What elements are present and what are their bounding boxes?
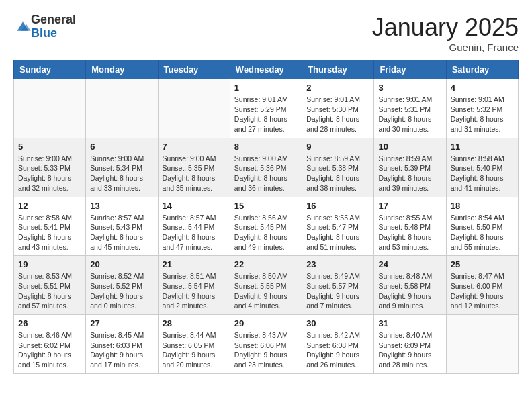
calendar-cell: 24Sunrise: 8:48 AM Sunset: 5:58 PM Dayli…	[374, 256, 446, 315]
day-info: Sunrise: 9:00 AM Sunset: 5:34 PM Dayligh…	[90, 154, 153, 193]
logo-general: General	[31, 13, 76, 27]
calendar-cell: 1Sunrise: 9:01 AM Sunset: 5:29 PM Daylig…	[230, 79, 302, 138]
day-info: Sunrise: 8:55 AM Sunset: 5:48 PM Dayligh…	[378, 213, 441, 253]
calendar-cell: 21Sunrise: 8:51 AM Sunset: 5:54 PM Dayli…	[158, 256, 230, 315]
calendar-cell: 27Sunrise: 8:45 AM Sunset: 6:03 PM Dayli…	[86, 315, 158, 374]
day-info: Sunrise: 9:00 AM Sunset: 5:36 PM Dayligh…	[234, 154, 298, 193]
day-number: 25	[451, 259, 514, 269]
calendar-table: SundayMondayTuesdayWednesdayThursdayFrid…	[13, 60, 519, 374]
calendar-cell: 13Sunrise: 8:57 AM Sunset: 5:43 PM Dayli…	[86, 197, 158, 256]
calendar-cell: 8Sunrise: 9:00 AM Sunset: 5:36 PM Daylig…	[230, 138, 302, 197]
calendar-cell: 31Sunrise: 8:40 AM Sunset: 6:09 PM Dayli…	[374, 315, 446, 374]
day-number: 12	[18, 201, 81, 211]
day-number: 18	[451, 201, 514, 211]
calendar-cell: 3Sunrise: 9:01 AM Sunset: 5:31 PM Daylig…	[374, 79, 446, 138]
day-info: Sunrise: 8:44 AM Sunset: 6:05 PM Dayligh…	[163, 330, 226, 370]
day-info: Sunrise: 8:57 AM Sunset: 5:43 PM Dayligh…	[90, 213, 153, 253]
column-header-sunday: Sunday	[14, 60, 86, 79]
calendar-cell: 17Sunrise: 8:55 AM Sunset: 5:48 PM Dayli…	[374, 197, 446, 256]
calendar-cell: 26Sunrise: 8:46 AM Sunset: 6:02 PM Dayli…	[14, 315, 86, 374]
calendar-cell: 23Sunrise: 8:49 AM Sunset: 5:57 PM Dayli…	[302, 256, 374, 315]
day-number: 11	[451, 142, 514, 152]
logo-text: General Blue	[31, 13, 76, 40]
day-info: Sunrise: 8:56 AM Sunset: 5:45 PM Dayligh…	[234, 213, 298, 253]
day-number: 16	[306, 201, 369, 211]
calendar-cell	[446, 315, 518, 374]
day-info: Sunrise: 8:46 AM Sunset: 6:02 PM Dayligh…	[18, 330, 81, 370]
day-info: Sunrise: 8:52 AM Sunset: 5:52 PM Dayligh…	[90, 271, 153, 311]
column-header-thursday: Thursday	[302, 60, 374, 79]
calendar-cell: 28Sunrise: 8:44 AM Sunset: 6:05 PM Dayli…	[158, 315, 230, 374]
day-info: Sunrise: 8:45 AM Sunset: 6:03 PM Dayligh…	[90, 330, 153, 370]
calendar-cell: 6Sunrise: 9:00 AM Sunset: 5:34 PM Daylig…	[86, 138, 158, 197]
day-info: Sunrise: 9:00 AM Sunset: 5:35 PM Dayligh…	[163, 154, 226, 193]
day-info: Sunrise: 8:59 AM Sunset: 5:38 PM Dayligh…	[306, 154, 369, 193]
day-info: Sunrise: 8:57 AM Sunset: 5:44 PM Dayligh…	[163, 213, 226, 253]
day-info: Sunrise: 8:48 AM Sunset: 5:58 PM Dayligh…	[378, 271, 441, 311]
day-number: 4	[451, 83, 514, 93]
day-info: Sunrise: 8:49 AM Sunset: 5:57 PM Dayligh…	[306, 271, 369, 311]
day-number: 27	[90, 318, 153, 328]
calendar-cell: 29Sunrise: 8:43 AM Sunset: 6:06 PM Dayli…	[230, 315, 302, 374]
column-header-friday: Friday	[374, 60, 446, 79]
day-info: Sunrise: 8:55 AM Sunset: 5:47 PM Dayligh…	[306, 213, 369, 253]
day-number: 20	[90, 259, 153, 269]
day-number: 9	[306, 142, 369, 152]
calendar-cell: 19Sunrise: 8:53 AM Sunset: 5:51 PM Dayli…	[14, 256, 86, 315]
day-info: Sunrise: 8:59 AM Sunset: 5:39 PM Dayligh…	[378, 154, 441, 193]
logo-icon	[15, 19, 31, 33]
day-info: Sunrise: 9:00 AM Sunset: 5:33 PM Dayligh…	[18, 154, 81, 193]
day-info: Sunrise: 8:58 AM Sunset: 5:41 PM Dayligh…	[18, 213, 81, 253]
logo-blue: Blue	[31, 27, 76, 40]
calendar-cell	[158, 79, 230, 138]
logo: General Blue	[13, 13, 76, 40]
calendar-cell: 22Sunrise: 8:50 AM Sunset: 5:55 PM Dayli…	[230, 256, 302, 315]
calendar-cell: 12Sunrise: 8:58 AM Sunset: 5:41 PM Dayli…	[14, 197, 86, 256]
day-info: Sunrise: 9:01 AM Sunset: 5:31 PM Dayligh…	[378, 95, 441, 134]
title-block: January 2025 Guenin, France	[372, 13, 519, 53]
calendar-week-row: 1Sunrise: 9:01 AM Sunset: 5:29 PM Daylig…	[14, 79, 519, 138]
calendar-cell: 11Sunrise: 8:58 AM Sunset: 5:40 PM Dayli…	[446, 138, 518, 197]
day-info: Sunrise: 9:01 AM Sunset: 5:30 PM Dayligh…	[306, 95, 369, 134]
day-number: 29	[234, 318, 298, 328]
day-number: 5	[18, 142, 81, 152]
day-number: 1	[234, 83, 298, 93]
calendar-cell: 10Sunrise: 8:59 AM Sunset: 5:39 PM Dayli…	[374, 138, 446, 197]
day-info: Sunrise: 8:40 AM Sunset: 6:09 PM Dayligh…	[378, 330, 441, 370]
day-number: 31	[378, 318, 441, 328]
calendar-week-row: 26Sunrise: 8:46 AM Sunset: 6:02 PM Dayli…	[14, 315, 519, 374]
calendar-cell: 4Sunrise: 9:01 AM Sunset: 5:32 PM Daylig…	[446, 79, 518, 138]
calendar-header-row: SundayMondayTuesdayWednesdayThursdayFrid…	[14, 60, 519, 79]
day-number: 10	[378, 142, 441, 152]
calendar-cell: 15Sunrise: 8:56 AM Sunset: 5:45 PM Dayli…	[230, 197, 302, 256]
day-number: 7	[163, 142, 226, 152]
day-number: 13	[90, 201, 153, 211]
day-number: 8	[234, 142, 298, 152]
column-header-wednesday: Wednesday	[230, 60, 302, 79]
day-info: Sunrise: 8:43 AM Sunset: 6:06 PM Dayligh…	[234, 330, 298, 370]
page-header: General Blue January 2025 Guenin, France	[13, 13, 519, 53]
calendar-cell: 2Sunrise: 9:01 AM Sunset: 5:30 PM Daylig…	[302, 79, 374, 138]
calendar-cell: 9Sunrise: 8:59 AM Sunset: 5:38 PM Daylig…	[302, 138, 374, 197]
calendar-cell: 30Sunrise: 8:42 AM Sunset: 6:08 PM Dayli…	[302, 315, 374, 374]
day-number: 23	[306, 259, 369, 269]
day-number: 6	[90, 142, 153, 152]
day-info: Sunrise: 8:42 AM Sunset: 6:08 PM Dayligh…	[306, 330, 369, 370]
location: Guenin, France	[372, 42, 519, 53]
column-header-monday: Monday	[86, 60, 158, 79]
day-number: 24	[378, 259, 441, 269]
calendar-cell	[14, 79, 86, 138]
calendar-week-row: 5Sunrise: 9:00 AM Sunset: 5:33 PM Daylig…	[14, 138, 519, 197]
day-number: 26	[18, 318, 81, 328]
calendar-cell: 14Sunrise: 8:57 AM Sunset: 5:44 PM Dayli…	[158, 197, 230, 256]
day-number: 17	[378, 201, 441, 211]
day-info: Sunrise: 8:47 AM Sunset: 6:00 PM Dayligh…	[451, 271, 514, 311]
day-number: 30	[306, 318, 369, 328]
day-info: Sunrise: 8:53 AM Sunset: 5:51 PM Dayligh…	[18, 271, 81, 311]
calendar-cell	[86, 79, 158, 138]
column-header-tuesday: Tuesday	[158, 60, 230, 79]
day-number: 22	[234, 259, 298, 269]
day-info: Sunrise: 8:51 AM Sunset: 5:54 PM Dayligh…	[163, 271, 226, 311]
day-info: Sunrise: 9:01 AM Sunset: 5:32 PM Dayligh…	[451, 95, 514, 134]
calendar-cell: 16Sunrise: 8:55 AM Sunset: 5:47 PM Dayli…	[302, 197, 374, 256]
